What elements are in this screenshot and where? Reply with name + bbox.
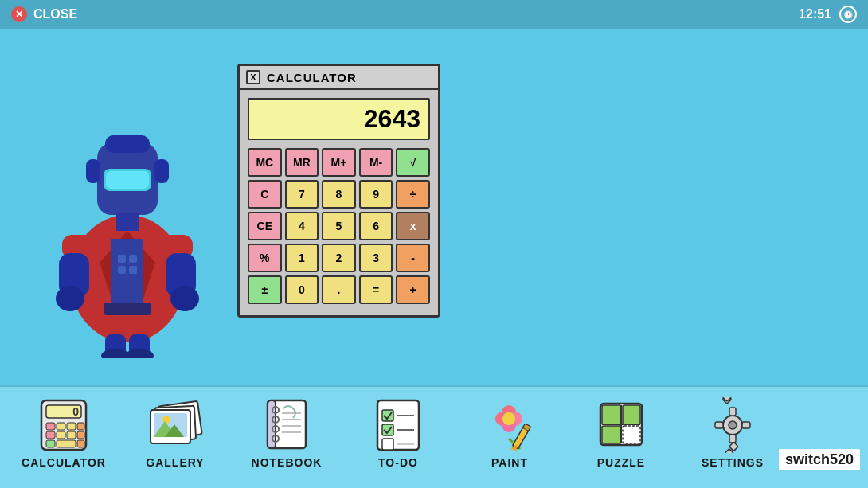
btn-ce[interactable]: CE [248,212,282,240]
btn-9[interactable]: 9 [359,180,393,209]
btn-multiply[interactable]: x [396,212,430,240]
svg-rect-10 [154,159,169,183]
notebook-icon [255,395,319,455]
btn-6[interactable]: 6 [359,212,393,240]
btn-0[interactable]: 0 [285,275,319,304]
svg-rect-23 [129,255,137,263]
calculator-icon: 0 [32,395,96,455]
svg-rect-62 [382,439,393,450]
svg-rect-39 [77,440,84,447]
taskbar-item-puzzle[interactable]: PUZZLE [565,395,677,469]
taskbar-item-notebook[interactable]: NOTEBOOK [231,395,342,469]
calc-close-button[interactable]: X [246,70,260,84]
svg-rect-29 [46,423,55,430]
character [40,72,215,358]
calculator-window: X CALCULATOR 2643 MC MR M+ M- √ C 7 8 9 … [237,64,440,318]
btn-percent[interactable]: % [248,244,282,272]
btn-mminus[interactable]: M- [359,148,393,177]
svg-rect-75 [602,405,621,424]
btn-dot[interactable]: . [322,275,356,304]
svg-rect-76 [623,405,640,424]
svg-rect-6 [105,135,150,153]
taskbar-label-todo: TO-DO [378,456,418,469]
svg-rect-36 [77,431,84,439]
btn-8[interactable]: 8 [322,180,356,209]
taskbar-label-calculator: CALCULATOR [22,456,106,469]
btn-plus[interactable]: + [396,275,430,304]
taskbar-item-settings[interactable]: SETTINGS [677,395,788,469]
btn-mplus[interactable]: M+ [322,148,356,177]
svg-rect-8 [106,171,149,189]
calc-row-2: CE 4 5 6 x [248,212,430,240]
btn-4[interactable]: 4 [285,212,319,240]
settings-icon [701,395,764,455]
svg-rect-85 [715,422,723,428]
taskbar-label-settings: SETTINGS [702,456,764,469]
taskbar-item-calculator[interactable]: 0 CALCULATOR [8,395,119,469]
taskbar-label-paint: PAINT [491,456,528,469]
btn-equals[interactable]: = [359,275,393,304]
top-bar-right: 12:51 🕐 [799,6,857,23]
svg-rect-3 [111,239,143,303]
svg-rect-31 [67,423,76,430]
svg-rect-34 [57,431,65,439]
taskbar-label-gallery: GALLERY [146,456,204,469]
taskbar-item-todo[interactable]: TO-DO [342,395,454,469]
btn-2[interactable]: 2 [322,244,356,272]
btn-5[interactable]: 5 [322,212,356,240]
svg-point-82 [729,421,737,429]
calc-title-bar: X CALCULATOR [240,66,438,90]
btn-7[interactable]: 7 [285,180,319,209]
svg-rect-24 [118,266,126,274]
watermark-text: switch520 [785,451,854,467]
puzzle-icon [589,395,653,455]
btn-minus[interactable]: - [396,244,430,272]
taskbar-label-notebook: NOTEBOOK [252,456,323,469]
svg-rect-84 [729,435,736,443]
gallery-icon [143,395,207,455]
btn-1[interactable]: 1 [285,244,319,272]
svg-rect-86 [742,422,750,428]
svg-rect-32 [77,423,84,430]
svg-rect-9 [86,159,100,183]
paint-icon [478,395,542,455]
svg-rect-22 [118,255,126,263]
svg-point-70 [502,412,515,425]
calc-body: 2643 MC MR M+ M- √ C 7 8 9 ÷ CE 4 5 6 x … [240,90,438,315]
btn-mr[interactable]: MR [285,148,319,177]
character-svg [40,72,215,358]
btn-divide[interactable]: ÷ [396,180,430,209]
svg-rect-77 [602,426,621,443]
close-circle-icon[interactable]: ✕ [11,6,27,22]
taskbar-item-paint[interactable]: PAINT [454,395,565,469]
svg-rect-30 [57,423,65,430]
btn-sqrt[interactable]: √ [396,148,430,177]
taskbar: 0 CALCULATOR [0,385,868,488]
svg-rect-25 [129,266,137,274]
todo-icon [366,395,430,455]
btn-mc[interactable]: MC [248,148,282,177]
svg-text:0: 0 [72,405,79,418]
calc-row-3: % 1 2 3 - [248,244,430,272]
btn-c[interactable]: C [248,180,282,209]
btn-3[interactable]: 3 [359,244,393,272]
close-label[interactable]: CLOSE [33,7,77,21]
taskbar-item-gallery[interactable]: GALLERY [119,395,231,469]
top-bar-left: ✕ CLOSE [11,6,77,22]
clock-icon: 🕐 [839,6,857,23]
svg-rect-78 [623,426,640,443]
calc-row-4: ± 0 . = + [248,275,430,304]
watermark: switch520 [779,449,860,470]
calc-display: 2643 [248,98,430,140]
calc-row-memory: MC MR M+ M- √ [248,148,430,177]
svg-rect-38 [57,440,76,447]
svg-rect-4 [104,303,151,315]
svg-rect-33 [46,431,55,439]
svg-point-17 [170,286,199,311]
calc-row-1: C 7 8 9 ÷ [248,180,430,209]
svg-point-14 [56,286,84,311]
btn-plusminus[interactable]: ± [248,275,282,304]
time-display: 12:51 [799,7,831,21]
svg-rect-83 [729,408,736,416]
svg-point-44 [162,416,170,424]
